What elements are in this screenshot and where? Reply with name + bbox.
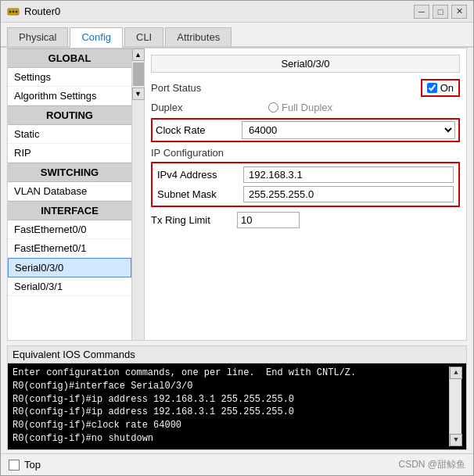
title-controls: ─ □ ✕ [414,5,467,19]
title-bar: Router0 ─ □ ✕ [1,1,473,23]
sidebar-item-static[interactable]: Static [8,125,131,144]
tx-row: Tx Ring Limit [151,212,460,228]
subnet-row: Subnet Mask [157,186,454,202]
sidebar-item-settings[interactable]: Settings [8,68,131,87]
tx-ring-label: Tx Ring Limit [151,214,237,226]
maximize-button[interactable]: □ [433,5,448,19]
full-duplex-radio[interactable] [268,102,278,113]
ios-line-1: R0(config)#interface Serial0/3/0 [13,380,449,393]
subnet-input[interactable] [243,186,454,202]
svg-point-2 [13,10,15,13]
clock-rate-label: Clock Rate [156,124,242,136]
ios-line-5: R0(config-if)#no shutdown [13,432,449,446]
sidebar-item-serial030[interactable]: Serial0/3/0 [8,258,131,277]
duplex-row: Duplex Full Duplex [151,102,460,113]
ipv4-input[interactable] [243,166,454,183]
ios-scroll-up[interactable]: ▲ [450,367,462,379]
ios-line-3: R0(config-if)#ip address 192.168.3.1 255… [13,406,449,419]
title-text: Router0 [24,5,60,17]
top-label: Top [24,459,41,471]
clock-rate-row: Clock Rate 64000 56000 128000 32000 [151,118,460,142]
sidebar-item-fe01[interactable]: FastEthernet0/1 [8,239,131,258]
ipv4-label: IPv4 Address [157,169,243,181]
tab-config[interactable]: Config [70,27,123,48]
full-duplex-option: Full Duplex [268,102,332,113]
main-content: GLOBAL Settings Algorithm Settings ROUTI… [7,48,467,341]
section-routing: ROUTING [8,106,131,125]
tab-physical[interactable]: Physical [7,27,68,46]
top-checkbox[interactable] [9,460,20,471]
svg-point-1 [9,10,12,13]
section-global: GLOBAL [8,48,131,68]
sidebar-list: GLOBAL Settings Algorithm Settings ROUTI… [8,48,131,340]
section-interface: INTERFACE [8,201,131,220]
minimize-button[interactable]: ─ [414,5,429,19]
ios-line-0: Enter configuration commands, one per li… [13,367,449,380]
port-header: Serial0/3/0 [151,55,460,73]
sidebar-item-vlan[interactable]: VLAN Database [8,182,131,201]
sidebar: GLOBAL Settings Algorithm Settings ROUTI… [8,48,145,340]
router-window: Router0 ─ □ ✕ Physical Config CLI Attrib… [0,0,474,476]
ios-line-4: R0(config-if)#clock rate 64000 [13,419,449,432]
ipv4-row: IPv4 Address [157,166,454,183]
on-checkbox[interactable] [427,83,437,93]
ip-config-section: IP Configuration IPv4 Address Subnet Mas… [151,147,460,207]
port-status-row: Port Status On [151,79,460,97]
on-label: On [440,82,454,94]
ios-text: Enter configuration commands, one per li… [13,367,449,446]
scroll-thumb[interactable] [133,63,144,86]
ip-fields-box: IPv4 Address Subnet Mask [151,162,460,207]
scroll-up-arrow[interactable]: ▲ [132,48,145,61]
ios-header: Equivalent IOS Commands [8,346,466,363]
tx-ring-input[interactable] [237,212,300,228]
tab-bar: Physical Config CLI Attributes [1,23,473,48]
ios-scrollbar[interactable]: ▲ ▼ [449,367,461,446]
clock-rate-select[interactable]: 64000 56000 128000 32000 [242,121,455,139]
ip-config-label: IP Configuration [151,147,460,159]
on-checkbox-area: On [421,79,460,97]
duplex-label: Duplex [151,102,237,113]
title-bar-left: Router0 [7,5,60,18]
scroll-down-arrow[interactable]: ▼ [132,88,145,100]
subnet-label: Subnet Mask [157,188,243,200]
sidebar-item-fe00[interactable]: FastEthernet0/0 [8,220,131,239]
bottom-left: Top [9,459,41,471]
full-duplex-label: Full Duplex [282,102,332,113]
section-switching: SWITCHING [8,163,131,182]
sidebar-item-rip[interactable]: RIP [8,144,131,163]
sidebar-scrollbar[interactable]: ▲ ▼ [131,48,144,340]
bottom-bar: Top CSDN @甜鲸鱼 [1,453,473,475]
right-panel: Serial0/3/0 Port Status On Duplex Full D… [145,48,466,340]
sidebar-item-serial031[interactable]: Serial0/3/1 [8,277,131,296]
router-icon [7,5,20,18]
tab-attributes[interactable]: Attributes [165,27,232,46]
ios-line-6: R0(config-if)# [13,446,449,446]
watermark: CSDN @甜鲸鱼 [398,458,465,471]
tab-cli[interactable]: CLI [124,27,163,46]
ios-content: Enter configuration commands, one per li… [8,363,466,449]
ios-line-2: R0(config-if)#ip address 192.168.3.1 255… [13,393,449,406]
port-status-label: Port Status [151,82,237,94]
sidebar-item-algorithm-settings[interactable]: Algorithm Settings [8,87,131,106]
ios-scroll-down[interactable]: ▼ [450,434,462,446]
ios-section: Equivalent IOS Commands Enter configurat… [7,345,467,450]
svg-point-3 [16,10,18,13]
close-button[interactable]: ✕ [451,5,467,19]
